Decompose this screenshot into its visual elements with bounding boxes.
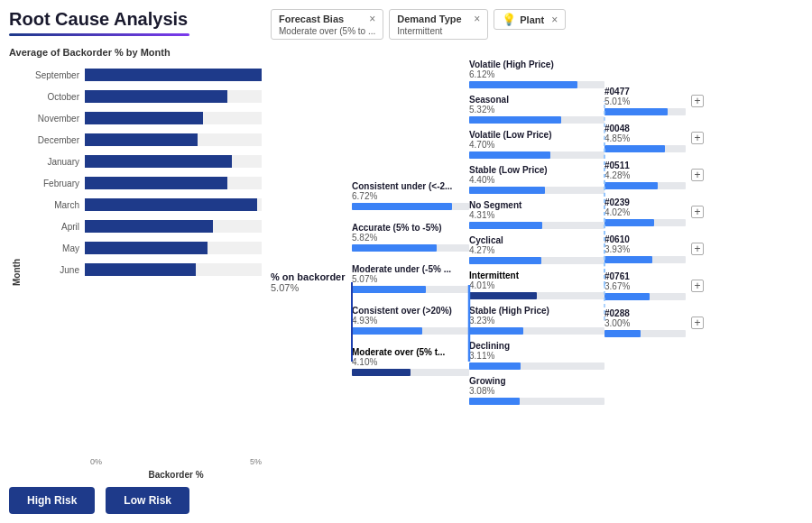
demand-node-label: Intermittent bbox=[469, 271, 577, 280]
demand-node-label: Seasonal bbox=[469, 95, 577, 105]
demand-node-label: Declining bbox=[469, 341, 577, 351]
demand-node[interactable]: Stable (High Price) 3.23% bbox=[469, 306, 604, 335]
demand-node-bar bbox=[469, 362, 604, 370]
plant-node-label: #0477 bbox=[604, 87, 686, 96]
plant-bar-fill bbox=[604, 293, 650, 300]
bar-track bbox=[85, 220, 262, 233]
month-label: October bbox=[23, 92, 85, 102]
forecast-bias-filter[interactable]: Forecast Bias × Moderate over (5% to ... bbox=[271, 9, 383, 40]
demand-node[interactable]: Growing 3.08% bbox=[469, 376, 604, 405]
demand-node[interactable]: Intermittent 4.01% bbox=[469, 271, 604, 299]
bar-track bbox=[85, 133, 262, 146]
plant-expand-button[interactable]: + bbox=[691, 243, 704, 255]
root-col: % on backorder 5.07% bbox=[271, 271, 352, 293]
x-axis: 0%5% bbox=[23, 457, 262, 466]
forecast-node-label: Consistent under (<-2... bbox=[352, 181, 460, 191]
demand-bar-fill bbox=[469, 257, 541, 264]
plant-node-value: 4.85% bbox=[604, 133, 686, 143]
plant-node-bar bbox=[604, 256, 686, 263]
bar-fill bbox=[85, 155, 232, 168]
plant-expand-button[interactable]: + bbox=[691, 169, 704, 181]
bar-track bbox=[85, 263, 262, 276]
forecast-node-value: 5.82% bbox=[352, 233, 469, 243]
demand-node-value: 5.32% bbox=[469, 105, 604, 115]
plant-node-label: #0239 bbox=[604, 197, 686, 207]
cols-wrapper: % on backorder 5.07% Consistent under (<… bbox=[271, 50, 803, 514]
bar-row: February bbox=[23, 173, 262, 193]
bar-track bbox=[85, 242, 262, 254]
demand-type-close-icon[interactable]: × bbox=[474, 13, 480, 25]
high-risk-button[interactable]: High Risk bbox=[9, 487, 95, 514]
plant-expand-button[interactable]: + bbox=[691, 132, 704, 144]
plant-expand-button[interactable]: + bbox=[691, 206, 704, 218]
plant-node-bar bbox=[604, 330, 686, 337]
demand-node[interactable]: Declining 3.11% bbox=[469, 341, 604, 370]
plant-node-bar bbox=[604, 293, 686, 300]
plant-bar-fill bbox=[604, 145, 665, 152]
forecast-node[interactable]: Accurate (5% to -5%) 5.82% bbox=[352, 223, 469, 252]
forecast-node[interactable]: Moderate over (5% t... 4.10% bbox=[352, 347, 469, 376]
filters-row: Forecast Bias × Moderate over (5% to ...… bbox=[271, 9, 803, 40]
low-risk-button[interactable]: Low Risk bbox=[106, 487, 189, 514]
demand-node-bar bbox=[469, 116, 604, 124]
plant-node-value: 4.28% bbox=[604, 170, 686, 180]
plant-node[interactable]: #0288 3.00% + bbox=[604, 308, 713, 337]
forecast-bar-fill bbox=[352, 203, 452, 210]
bar-track bbox=[85, 155, 262, 168]
demand-node-value: 3.23% bbox=[469, 316, 604, 326]
bar-chart-wrapper: Month September October November Decembe… bbox=[9, 65, 262, 480]
root-node: % on backorder 5.07% bbox=[271, 271, 352, 293]
demand-node-bar bbox=[469, 398, 604, 405]
bar-fill bbox=[85, 133, 198, 146]
plant-node[interactable]: #0239 4.02% + bbox=[604, 197, 713, 226]
bar-row: May bbox=[23, 238, 262, 258]
plant-node[interactable]: #0511 4.28% + bbox=[604, 161, 713, 189]
plant-node[interactable]: #0048 4.85% + bbox=[604, 124, 713, 152]
demand-node-value: 4.70% bbox=[469, 140, 604, 150]
demand-node[interactable]: Stable (Low Price) 4.40% bbox=[469, 165, 604, 194]
month-label: December bbox=[23, 135, 85, 145]
x-tick: 0% bbox=[90, 457, 102, 466]
demand-node-label: Stable (Low Price) bbox=[469, 165, 577, 175]
plant-node-value: 3.67% bbox=[604, 281, 686, 291]
plant-expand-button[interactable]: + bbox=[691, 280, 704, 292]
forecast-bar-fill bbox=[352, 369, 411, 376]
forecast-node-value: 5.07% bbox=[352, 274, 469, 284]
forecast-node[interactable]: Consistent over (>20%) 4.93% bbox=[352, 306, 469, 335]
plant-expand-button[interactable]: + bbox=[691, 317, 704, 329]
demand-node-value: 4.27% bbox=[469, 245, 604, 255]
bar-row: December bbox=[23, 130, 262, 150]
demand-node[interactable]: Volatile (Low Price) 4.70% bbox=[469, 130, 604, 159]
forecast-node-value: 4.10% bbox=[352, 357, 469, 367]
bar-fill bbox=[85, 69, 262, 81]
chart-title: Average of Backorder % by Month bbox=[9, 47, 262, 58]
forecast-node[interactable]: Consistent under (<-2... 6.72% bbox=[352, 181, 469, 210]
demand-node[interactable]: Seasonal 5.32% bbox=[469, 95, 604, 124]
plant-node[interactable]: #0477 5.01% + bbox=[604, 87, 713, 115]
demand-bar-fill bbox=[469, 292, 537, 299]
demand-bar-fill bbox=[469, 187, 545, 194]
month-label: September bbox=[23, 70, 85, 80]
bulb-icon: 💡 bbox=[502, 13, 516, 26]
demand-node[interactable]: Cyclical 4.27% bbox=[469, 235, 604, 264]
root-label: % on backorder bbox=[271, 271, 352, 282]
demand-node[interactable]: No Segment 4.31% bbox=[469, 200, 604, 229]
demand-node-label: Growing bbox=[469, 376, 577, 386]
plant-node[interactable]: #0610 3.93% + bbox=[604, 234, 713, 263]
forecast-bias-close-icon[interactable]: × bbox=[369, 13, 375, 25]
plant-node[interactable]: #0761 3.67% + bbox=[604, 271, 713, 300]
plant-bar-fill bbox=[604, 219, 654, 226]
forecast-node[interactable]: Moderate under (-5% ... 5.07% bbox=[352, 264, 469, 293]
demand-type-filter[interactable]: Demand Type × Intermittent bbox=[389, 9, 488, 40]
plant-close-icon[interactable]: × bbox=[551, 14, 558, 26]
plant-expand-button[interactable]: + bbox=[691, 95, 704, 107]
demand-node-bar bbox=[469, 222, 604, 229]
demand-type-label: Demand Type bbox=[397, 14, 461, 24]
plant-node-bar bbox=[604, 145, 686, 152]
plant-filter[interactable]: 💡 Plant × bbox=[494, 9, 566, 30]
demand-node[interactable]: Volatile (High Price) 6.12% bbox=[469, 60, 604, 88]
bar-row: March bbox=[23, 195, 262, 215]
bar-track bbox=[85, 90, 262, 103]
bar-fill bbox=[85, 242, 208, 254]
forecast-node-value: 4.93% bbox=[352, 316, 469, 326]
